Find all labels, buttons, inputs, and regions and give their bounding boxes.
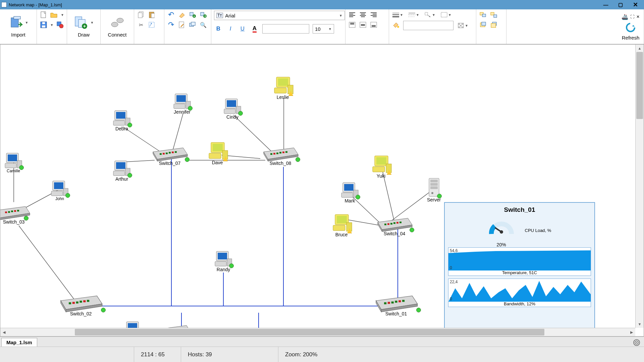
mini-close-icon[interactable]: ✕ [636, 14, 640, 19]
save-dropdown[interactable]: ▼ [50, 23, 54, 27]
node-randy[interactable]: Randy [214, 251, 232, 272]
node-switch-01[interactable]: Switch_01 [373, 293, 420, 316]
target-icon[interactable] [632, 339, 641, 347]
align-right-button[interactable] [370, 11, 378, 19]
underline-button[interactable]: U [238, 24, 247, 33]
scroll-right-icon[interactable]: ▶ [628, 328, 635, 336]
quick-add-button[interactable]: + [189, 11, 197, 19]
shape-dropdown[interactable]: ▼ [448, 13, 451, 17]
erase-button[interactable] [178, 11, 186, 19]
svg-rect-39 [482, 22, 486, 25]
node-cindy[interactable]: Cindy [223, 98, 241, 120]
vertical-scrollbar[interactable]: ▲ ▼ [635, 45, 644, 328]
bold-button[interactable]: B [214, 24, 223, 33]
node-mark[interactable]: Mark [341, 182, 359, 203]
scroll-thumb[interactable] [636, 52, 643, 119]
fill-color-select[interactable] [403, 21, 453, 30]
line-arrow-button[interactable] [424, 11, 432, 19]
horizontal-scrollbar[interactable]: ◀ ▶ [0, 328, 635, 336]
scroll-left-icon[interactable]: ◀ [0, 328, 8, 336]
node-debra[interactable]: Debra [113, 110, 131, 131]
refresh-group: 🚢 ⛶ ✕ Refresh [506, 9, 644, 44]
line-weight-button[interactable] [392, 11, 400, 19]
svg-rect-82 [17, 210, 19, 212]
ungroup-button[interactable] [490, 11, 498, 19]
valign-middle-button[interactable] [359, 21, 367, 29]
align-center-button[interactable] [359, 11, 367, 19]
valign-top-button[interactable] [348, 21, 356, 29]
select-all-button[interactable] [148, 21, 156, 29]
scroll-up-icon[interactable]: ▲ [636, 45, 644, 52]
font-size-select[interactable]: 10▼ [313, 24, 334, 34]
paste-button[interactable] [148, 11, 156, 19]
node-switch-07[interactable]: Switch_07 [151, 145, 188, 166]
svg-rect-115 [113, 171, 125, 176]
node-switch-02[interactable]: Switch_02 [57, 293, 104, 316]
copy-layers-button[interactable] [189, 21, 197, 29]
map-tab[interactable]: Map_1.lsm [1, 338, 37, 347]
refresh-icon[interactable] [623, 21, 639, 34]
align-left-button[interactable] [348, 11, 356, 19]
bring-forward-button[interactable] [479, 21, 487, 29]
import-icon[interactable] [8, 16, 24, 29]
svg-rect-97 [391, 301, 394, 303]
maximize-button[interactable]: ▢ [613, 1, 628, 9]
node-leslie[interactable]: Leslie [274, 76, 292, 100]
node-yuki[interactable]: Yuki [372, 155, 390, 179]
font-color-select[interactable] [262, 24, 309, 34]
font-color-button[interactable]: A [250, 24, 259, 33]
line-weight-dropdown[interactable]: ▼ [400, 13, 403, 17]
node-arthur[interactable]: Arthur [113, 160, 131, 182]
minimize-button[interactable]: — [598, 1, 613, 9]
shape-resize-button[interactable] [440, 11, 448, 19]
line-arrow-dropdown[interactable]: ▼ [432, 13, 435, 17]
font-name-select[interactable]: TᴛArial ▼ [214, 11, 345, 20]
new-file-button[interactable] [40, 11, 48, 19]
svg-rect-72 [270, 153, 272, 155]
redo-button[interactable]: ↷ [167, 21, 175, 29]
line-dash-button[interactable] [408, 11, 416, 19]
edit-page-button[interactable] [178, 21, 186, 29]
node-server[interactable]: Server [427, 177, 441, 202]
italic-button[interactable]: I [226, 24, 235, 33]
undo-button[interactable]: ↶ [167, 11, 175, 19]
map-canvas[interactable]: Switch_07 Switch_08 Switch_03 Switch_04 … [0, 45, 635, 328]
draw-icon[interactable]: + [74, 16, 90, 29]
valign-bottom-button[interactable] [370, 21, 378, 29]
connect-icon[interactable] [109, 16, 125, 29]
node-switch-08[interactable]: Switch_08 [262, 145, 299, 166]
save-stop-button[interactable] [56, 21, 64, 29]
scroll-down-icon[interactable]: ▼ [636, 320, 644, 328]
group-button[interactable] [479, 11, 487, 19]
import-dropdown[interactable]: ▼ [25, 21, 29, 24]
node-pc-partial[interactable] [124, 321, 143, 328]
send-backward-button[interactable] [490, 21, 498, 29]
save-button[interactable] [40, 21, 48, 29]
node-bruce[interactable]: Bruce [332, 214, 351, 237]
cut-button[interactable]: ✂ [137, 21, 145, 29]
scroll-thumb[interactable] [75, 329, 544, 336]
copy-button[interactable] [137, 11, 145, 19]
open-dropdown[interactable]: ▼ [61, 13, 64, 17]
node-switch-03[interactable]: Switch_03 [0, 204, 27, 225]
transparency-button[interactable] [457, 21, 465, 29]
node-jennifer[interactable]: Jennifer [173, 93, 191, 115]
transparency-dropdown[interactable]: ▼ [465, 24, 468, 27]
fullscreen-icon[interactable]: ⛶ [630, 14, 634, 19]
import-label: Import [11, 32, 25, 38]
quick-go-button[interactable] [199, 11, 207, 19]
fill-bucket-button[interactable] [392, 21, 400, 29]
node-switch-partial[interactable] [155, 323, 192, 328]
node-label: Debra [115, 126, 128, 131]
draw-dropdown[interactable]: ▼ [91, 21, 94, 24]
node-john[interactable]: John [51, 180, 69, 201]
device-info-panel[interactable]: Switch_01 20% CPU Load, % 54,6 0 Tempera… [444, 202, 595, 328]
close-button[interactable]: ✕ [628, 1, 643, 9]
node-switch-04[interactable]: Switch_04 [376, 216, 413, 236]
open-folder-button[interactable] [50, 11, 58, 19]
node-dave[interactable]: Dave [208, 142, 226, 165]
node-camille[interactable]: Camille [4, 153, 22, 173]
find-button[interactable]: 🔍 [199, 21, 207, 29]
window-title: Network map - [Map_1.lsm] [9, 2, 598, 7]
line-dash-dropdown[interactable]: ▼ [416, 13, 419, 17]
